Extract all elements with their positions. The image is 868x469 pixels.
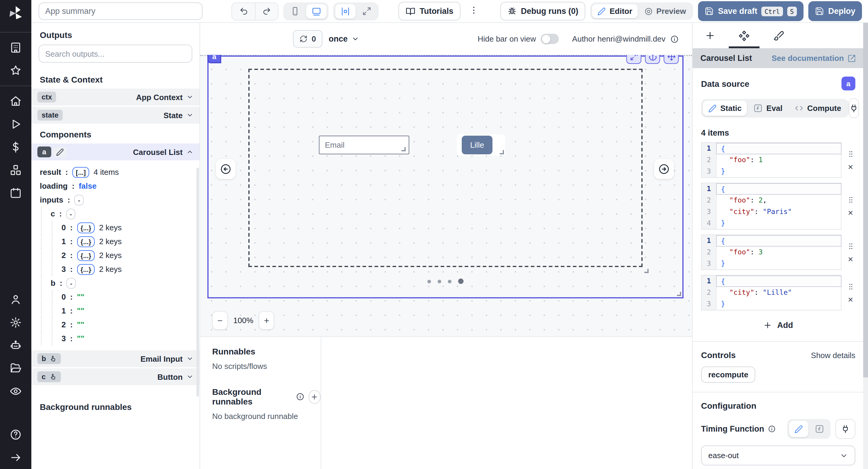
output-tree-row[interactable]: 1:{...}2 keys (40, 234, 199, 248)
chevron-down-icon[interactable] (186, 355, 193, 362)
eval-mode-button[interactable]: Eval (748, 101, 788, 116)
connect-plug-button[interactable] (848, 98, 859, 118)
anchor-component-button[interactable] (645, 55, 660, 64)
output-tree-row[interactable]: 0:"" (40, 290, 199, 304)
app-summary-input[interactable] (38, 2, 203, 20)
drag-item-handle[interactable] (846, 196, 855, 204)
settings-gear-icon[interactable] (0, 311, 31, 334)
settings-scrollbar-track[interactable] (863, 23, 868, 469)
mobile-view-button[interactable] (285, 4, 305, 18)
undo-button[interactable] (232, 3, 255, 20)
hide-bar-toggle[interactable] (541, 34, 559, 44)
component-row-a[interactable]: a Carousel List (31, 144, 199, 160)
search-outputs-input[interactable] (38, 44, 192, 63)
resize-handle[interactable] (677, 292, 681, 296)
output-tree-row[interactable]: c:- (40, 207, 199, 221)
resize-handle[interactable] (401, 147, 406, 151)
output-tree-row[interactable]: b:- (40, 276, 199, 290)
carousel-dot[interactable] (427, 279, 431, 283)
redo-button[interactable] (255, 3, 278, 20)
output-tree-row[interactable]: result:[...]4 items (40, 165, 199, 179)
component-row-c[interactable]: c Button (31, 368, 199, 385)
schedules-calendar-icon[interactable] (0, 182, 31, 205)
selected-carousel-component[interactable]: a Lille (207, 56, 684, 299)
component-tag-a[interactable]: a (207, 55, 221, 63)
tree-expand-box[interactable]: - (66, 208, 75, 219)
output-tree-row[interactable]: loading:false (40, 179, 199, 193)
drag-item-handle[interactable] (846, 150, 855, 158)
tree-expand-box[interactable]: {...} (77, 250, 95, 261)
lille-button-component[interactable]: Lille (462, 136, 493, 154)
favorites-star-icon[interactable] (0, 59, 31, 82)
tree-expand-box[interactable]: {...} (77, 222, 95, 233)
output-tree-row[interactable]: 3:{...}2 keys (40, 262, 199, 276)
chevron-down-icon[interactable] (186, 112, 193, 119)
carousel-item-container[interactable] (248, 69, 643, 267)
output-tree-row[interactable]: inputs:- (40, 193, 199, 207)
tree-expand-box[interactable]: - (67, 278, 76, 288)
carousel-dot[interactable] (448, 279, 452, 283)
json-editor[interactable]: 1{2 "foo": 33} (701, 234, 841, 270)
variables-dollar-icon[interactable] (0, 136, 31, 159)
info-icon[interactable] (296, 393, 304, 401)
canvas[interactable]: a Lille (200, 55, 692, 336)
tutorials-button[interactable]: Tutorials (398, 2, 461, 21)
zoom-in-button[interactable]: + (259, 311, 275, 330)
user-icon[interactable] (0, 288, 31, 311)
audit-eye-icon[interactable] (0, 380, 31, 403)
component-settings-tab[interactable] (727, 23, 761, 48)
insert-component-tab[interactable] (692, 23, 727, 48)
output-row-state[interactable]: state State (31, 107, 199, 124)
resize-handle[interactable] (500, 150, 504, 154)
delete-item-button[interactable]: × (848, 163, 853, 170)
info-icon[interactable] (768, 425, 776, 433)
rename-pencil-icon[interactable] (53, 147, 67, 157)
tree-expand-box[interactable]: {...} (77, 264, 95, 275)
move-component-button[interactable] (664, 55, 679, 64)
output-row-ctx[interactable]: ctx App Context (31, 89, 199, 105)
collapse-arrow-right-icon[interactable] (0, 446, 31, 469)
chevron-down-icon[interactable] (186, 373, 193, 380)
output-tree-row[interactable]: 0:{...}2 keys (40, 221, 199, 234)
runs-play-icon[interactable] (0, 113, 31, 136)
email-input-component[interactable] (319, 136, 409, 154)
json-editor[interactable]: 1{2 "foo": 13} (701, 142, 841, 178)
output-tree-row[interactable]: 2:{...}2 keys (40, 248, 199, 262)
delete-item-button[interactable]: × (848, 296, 853, 303)
styling-tab[interactable] (761, 23, 796, 48)
resources-boxes-icon[interactable] (0, 159, 31, 182)
timing-function-select[interactable]: ease-out (701, 445, 855, 465)
outputs-scrollbar[interactable] (196, 167, 199, 397)
delete-item-button[interactable]: × (848, 255, 853, 262)
workspace-icon[interactable] (0, 36, 31, 59)
add-item-button[interactable]: Add (757, 318, 799, 333)
schedule-dropdown[interactable]: once (329, 34, 359, 43)
refresh-button[interactable]: 0 (293, 30, 322, 48)
output-tree-row[interactable]: 2:"" (40, 318, 199, 332)
delete-item-button[interactable]: × (848, 209, 853, 216)
drag-item-handle[interactable] (846, 242, 855, 250)
chevron-down-icon[interactable] (186, 93, 193, 101)
tree-expand-box[interactable]: - (74, 194, 84, 205)
info-icon[interactable] (670, 35, 679, 43)
settings-scrollbar-thumb[interactable] (863, 23, 868, 377)
timing-plug-button[interactable] (835, 419, 855, 439)
resize-handle[interactable] (644, 269, 649, 273)
save-draft-button[interactable]: Save draft Ctrl S (698, 1, 804, 21)
component-row-b[interactable]: b Email Input (31, 350, 199, 367)
carousel-dot[interactable] (438, 279, 441, 283)
tree-expand-box[interactable]: {...} (77, 236, 95, 247)
add-background-runnable-button[interactable] (309, 390, 321, 404)
drag-item-handle[interactable] (846, 282, 855, 290)
fullwidth-layout-button[interactable] (357, 4, 377, 18)
zoom-out-button[interactable]: − (212, 311, 228, 330)
static-mode-button[interactable]: Static (703, 101, 747, 116)
chevron-up-icon[interactable] (186, 148, 193, 156)
workers-robot-icon[interactable] (0, 334, 31, 357)
folders-icon[interactable] (0, 357, 31, 380)
output-tree-row[interactable]: 1:"" (40, 304, 199, 318)
windmill-logo-icon[interactable] (7, 4, 25, 25)
more-menu-button[interactable] (465, 3, 482, 20)
desktop-view-button[interactable] (306, 4, 327, 19)
timing-static-button[interactable] (789, 421, 808, 437)
